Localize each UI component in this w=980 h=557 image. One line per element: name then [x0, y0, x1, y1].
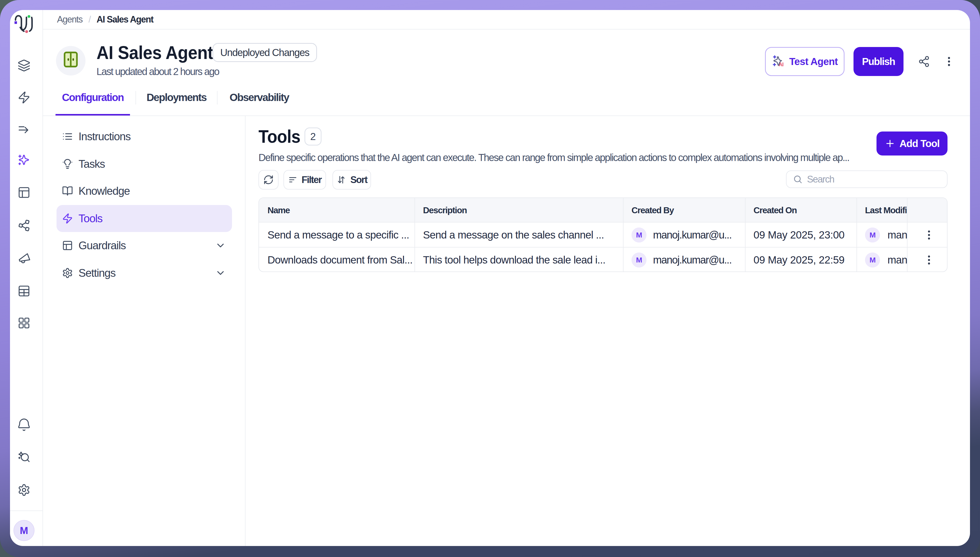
svg-text:AI: AI: [778, 62, 783, 67]
